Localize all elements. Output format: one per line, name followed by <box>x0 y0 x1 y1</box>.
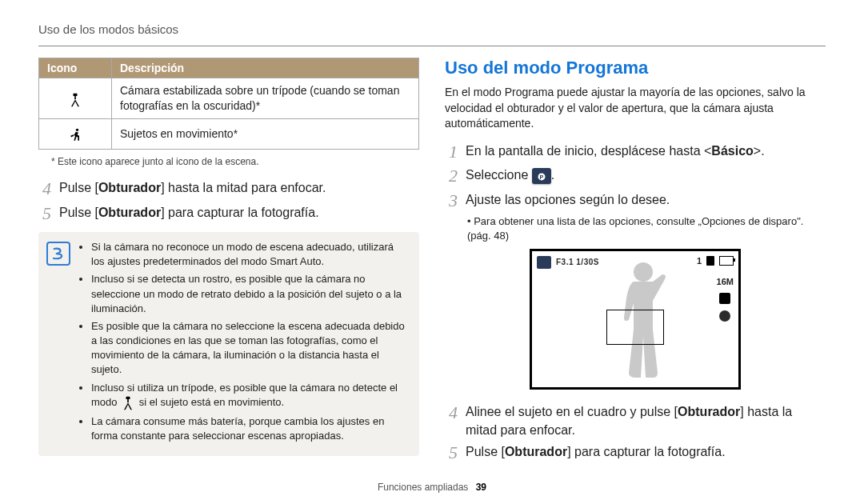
step-4-right: 4 Alinee el sujeto en el cuadro y pulse … <box>445 402 826 439</box>
step-2-right: 2 Seleccione P . <box>445 166 826 186</box>
icon-description-table: Icono Descripción Cámara estabilizada so… <box>38 58 419 150</box>
note-icon <box>46 242 70 266</box>
svg-rect-4 <box>127 399 129 402</box>
left-column: Icono Descripción Cámara estabilizada so… <box>38 58 419 467</box>
tripod-icon <box>120 395 136 411</box>
step-text: Seleccione <box>466 168 532 182</box>
anti-shake-icon <box>719 310 730 322</box>
table-cell-desc: Cámara estabilizada sobre un trípode (cu… <box>112 78 419 119</box>
step-text-post: >. <box>754 144 765 158</box>
breadcrumb: Uso de los modos básicos <box>38 22 826 36</box>
step-text: Ajuste las opciones según lo desee. <box>466 193 670 206</box>
note-item: Incluso si utiliza un trípode, es posibl… <box>91 381 408 411</box>
flash-auto-icon <box>719 293 730 304</box>
page-footer: Funciones ampliadas 39 <box>0 482 864 493</box>
svg-point-9 <box>634 262 653 282</box>
table-row: Cámara estabilizada sobre un trípode (cu… <box>39 78 419 119</box>
memory-card-icon <box>706 256 714 266</box>
exposure-info: F3.1 1/30S <box>556 258 599 266</box>
step-number: 1 <box>445 142 458 162</box>
section-title: Uso del modo Programa <box>445 58 826 78</box>
footer-section: Funciones ampliadas <box>378 482 468 493</box>
step-text-post: ] para capturar la fotografía. <box>567 445 725 458</box>
step-text-pre: En la pantalla de inicio, desplácese has… <box>466 144 711 158</box>
step-5-left: 5 Pulse [Obturador] para capturar la fot… <box>38 203 419 224</box>
step-1-right: 1 En la pantalla de inicio, desplácese h… <box>445 142 826 162</box>
tripod-icon <box>39 78 112 119</box>
step-5-right: 5 Pulse [Obturador] para capturar la fot… <box>445 442 826 463</box>
svg-rect-0 <box>74 93 78 95</box>
svg-point-2 <box>76 129 78 131</box>
footer-page-number: 39 <box>476 482 486 493</box>
table-header-desc: Descripción <box>112 58 419 78</box>
svg-rect-3 <box>126 396 130 398</box>
table-cell-desc: Sujetos en movimiento* <box>112 118 419 149</box>
table-footnote: * Este icono aparece junto al icono de l… <box>51 156 419 167</box>
step-3-right: 3 Ajuste las opciones según lo desee. <box>445 190 826 211</box>
step-number: 5 <box>38 203 51 224</box>
step-text-bold: Obturador <box>505 445 567 458</box>
resolution-badge: 16M <box>717 277 734 286</box>
step-number: 3 <box>445 190 458 211</box>
step-text-post: ] hasta la mitad para enfocar. <box>161 181 326 194</box>
table-row: Sujetos en movimiento* <box>39 118 419 149</box>
step-4-left: 4 Pulse [Obturador] hasta la mitad para … <box>38 178 419 199</box>
step-text-bold: Obturador <box>678 405 740 418</box>
running-icon <box>39 118 112 149</box>
right-column: Uso del modo Programa En el modo Program… <box>445 58 826 467</box>
table-header-icon: Icono <box>39 58 112 78</box>
step-text-post: ] para capturar la fotografía. <box>161 206 318 219</box>
focus-frame <box>606 310 664 345</box>
shots-remaining: 1 <box>697 256 702 266</box>
step-number: 2 <box>445 166 458 186</box>
divider <box>38 46 826 46</box>
step-number: 5 <box>445 442 458 463</box>
svg-rect-1 <box>74 96 76 99</box>
step-text-bold: Básico <box>711 144 753 158</box>
note-item: Si la cámara no reconoce un modo de esce… <box>91 240 408 269</box>
step-text-pre: Pulse [ <box>59 181 98 194</box>
program-mode-icon: P <box>532 168 551 184</box>
section-intro: En el modo Programa puede ajustar la may… <box>445 85 826 132</box>
note-item: Es posible que la cámara no seleccione l… <box>91 319 408 378</box>
step-text-pre: Pulse [ <box>466 445 505 458</box>
svg-text:P: P <box>539 174 543 181</box>
program-mode-icon <box>537 256 551 269</box>
battery-icon <box>719 256 734 266</box>
step-number: 4 <box>445 402 458 423</box>
step-3-sub-bullet: • Para obtener una lista de las opciones… <box>467 214 826 242</box>
note-box: Si la cámara no reconoce un modo de esce… <box>38 232 419 456</box>
step-text-pre: Pulse [ <box>59 206 98 219</box>
step-number: 4 <box>38 178 51 199</box>
note-item: Incluso si se detecta un rostro, es posi… <box>91 272 408 316</box>
svg-rect-6 <box>537 170 541 173</box>
note-list: Si la cámara no reconoce un modo de esce… <box>78 240 408 446</box>
step-text-bold: Obturador <box>98 206 161 219</box>
camera-lcd-preview: F3.1 1/30S 1 16M <box>530 249 741 390</box>
step-text-pre: Alinee el sujeto en el cuadro y pulse [ <box>466 405 678 418</box>
note-item: La cámara consume más batería, porque ca… <box>91 414 408 443</box>
step-text-bold: Obturador <box>98 181 161 194</box>
